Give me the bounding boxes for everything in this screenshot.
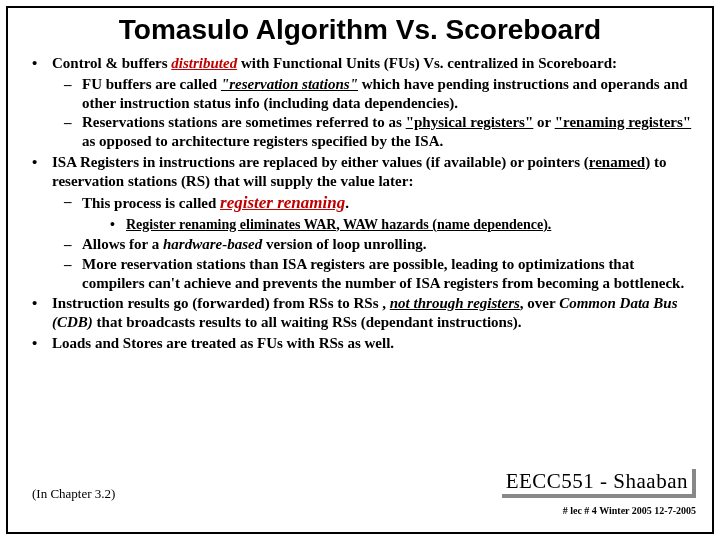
text: that broadcasts results to all waiting R…: [93, 314, 522, 330]
bullet-1: Control & buffers distributed with Funct…: [26, 54, 694, 151]
course-signature: EECC551 - Shaaban: [502, 469, 696, 498]
bullet-1-sub-2: Reservations stations are sometimes refe…: [52, 113, 694, 151]
emph: "reservation stations": [221, 76, 358, 92]
text: as opposed to architecture registers spe…: [82, 133, 443, 149]
text: Allows for a: [82, 236, 163, 252]
text: , over: [520, 295, 559, 311]
emph: hardware-based: [163, 236, 262, 252]
bullet-3: Instruction results go (forwarded) from …: [26, 294, 694, 332]
bullet-2-sub-1: This process is called register renaming…: [52, 192, 694, 233]
text: This process is called: [82, 195, 220, 211]
bullet-4: Loads and Stores are treated as FUs with…: [26, 334, 694, 353]
bullet-list: Control & buffers distributed with Funct…: [26, 54, 694, 353]
text: Control & buffers: [52, 55, 171, 71]
bullet-1-sub-1: FU buffers are called "reservation stati…: [52, 75, 694, 113]
emph: (renamed): [584, 154, 650, 170]
slide-meta: # lec # 4 Winter 2005 12-7-2005: [563, 505, 696, 516]
emph: not through registers: [390, 295, 520, 311]
bullet-2-sub-3: More reservation stations than ISA regis…: [52, 255, 694, 293]
slide-title: Tomasulo Algorithm Vs. Scoreboard: [26, 14, 694, 46]
bullet-2: ISA Registers in instructions are replac…: [26, 153, 694, 293]
bullet-2-sub-2: Allows for a hardware-based version of l…: [52, 235, 694, 254]
text: with Functional Units (FUs) Vs. centrali…: [237, 55, 617, 71]
text: version of loop unrolling.: [262, 236, 426, 252]
chapter-ref: (In Chapter 3.2): [32, 486, 115, 502]
text: ISA Registers in instructions are replac…: [52, 154, 584, 170]
emph: distributed: [171, 55, 237, 71]
emph: register renaming: [220, 193, 345, 212]
text: FU buffers are called: [82, 76, 221, 92]
signature-block: EECC551 - Shaaban # lec # 4 Winter 2005 …: [502, 469, 696, 518]
bullet-2-sub-1-sub: Register renaming eliminates WAR, WAW ha…: [82, 216, 694, 234]
emph: "renaming registers": [555, 114, 692, 130]
text: Instruction results go (forwarded) from …: [52, 295, 390, 311]
slide-frame: Tomasulo Algorithm Vs. Scoreboard Contro…: [6, 6, 714, 534]
text: More reservation stations than ISA regis…: [82, 256, 684, 291]
text: .: [345, 195, 349, 211]
text: Loads and Stores are treated as FUs with…: [52, 335, 394, 351]
emph: "physical registers": [406, 114, 534, 130]
text: or: [533, 114, 554, 130]
text: Reservations stations are sometimes refe…: [82, 114, 406, 130]
text: Register renaming eliminates WAR, WAW ha…: [126, 217, 551, 232]
